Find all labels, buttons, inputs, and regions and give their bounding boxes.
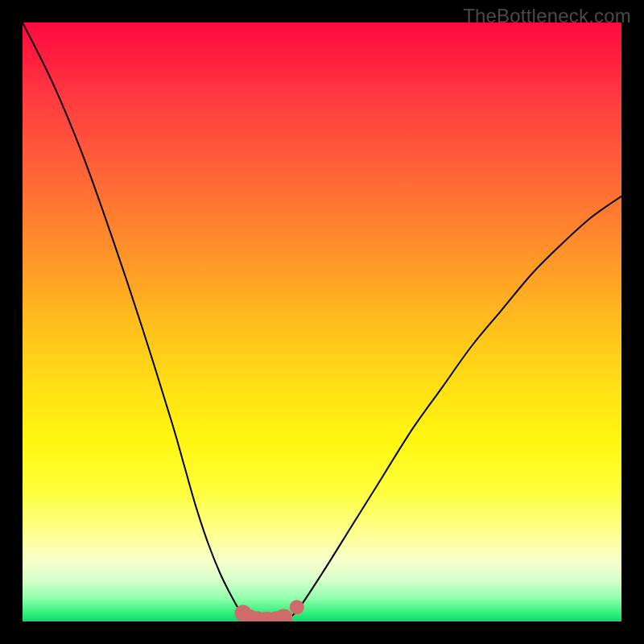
- plot-svg: [23, 23, 621, 621]
- valley-marker: [290, 600, 304, 614]
- valley-marker-group: [234, 600, 303, 621]
- plot-frame: [23, 23, 621, 621]
- curve-left-branch: [23, 23, 250, 621]
- valley-marker: [275, 609, 292, 621]
- curve-right-branch: [286, 196, 621, 621]
- watermark-text: TheBottleneck.com: [463, 5, 631, 27]
